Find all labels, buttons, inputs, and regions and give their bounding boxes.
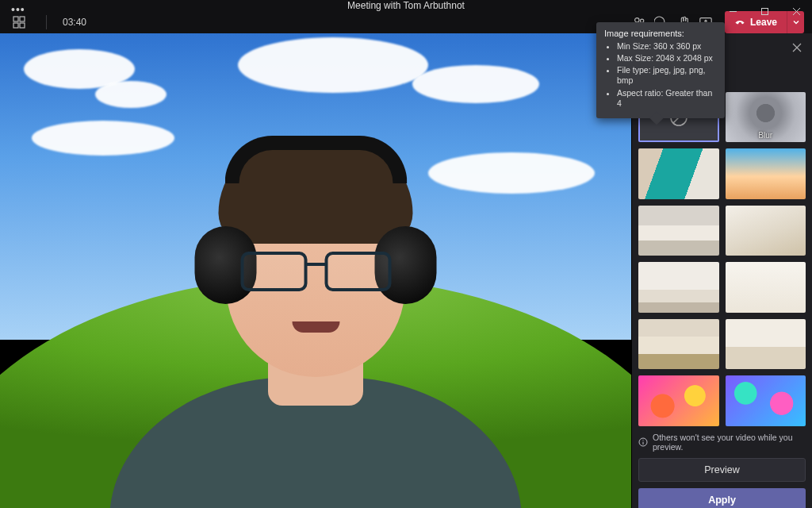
close-window-button[interactable] [780, 0, 812, 22]
svg-rect-4 [13, 17, 18, 21]
blur-label: Blur [726, 131, 806, 140]
background-thumbnail[interactable] [638, 375, 719, 425]
titlebar: ••• Meeting with Tom Arbuthnot [0, 0, 812, 11]
maximize-icon [760, 7, 769, 16]
tooltip-item: Aspect ratio: Greater than 4 [617, 88, 717, 109]
window-controls [717, 0, 812, 22]
preview-hint: Others won't see your video while you pr… [638, 433, 806, 452]
tooltip-item: File type: jpeg, jpg, png, bmp [617, 65, 717, 86]
background-thumbnail[interactable] [638, 319, 719, 369]
background-thumbnails: Blur [638, 92, 806, 426]
svg-point-17 [642, 440, 643, 441]
background-thumbnail[interactable] [726, 262, 806, 312]
svg-rect-5 [20, 17, 25, 21]
more-menu[interactable]: ••• [11, 3, 25, 16]
background-thumbnail[interactable] [726, 375, 806, 425]
background-thumbnail[interactable] [638, 206, 719, 256]
background-thumbnail[interactable] [638, 148, 719, 198]
background-thumbnail[interactable] [726, 206, 806, 256]
svg-rect-1 [761, 8, 768, 14]
background-blur[interactable]: Blur [726, 92, 806, 142]
minimize-icon [729, 7, 737, 16]
video-stage [0, 33, 631, 508]
background-thumbnail[interactable] [726, 319, 806, 369]
tooltip-title: Image requirements: [604, 29, 717, 38]
svg-rect-7 [20, 23, 25, 28]
image-requirements-tooltip: Image requirements: Min Size: 360 x 360 … [596, 22, 725, 118]
participant-silhouette [109, 377, 522, 508]
tooltip-list: Min Size: 360 x 360 pxMax Size: 2048 x 2… [604, 41, 717, 109]
minimize-button[interactable] [717, 0, 749, 22]
toolbar-divider [46, 15, 47, 29]
grid-2x2-icon [13, 16, 25, 29]
apply-button[interactable]: Apply [638, 488, 806, 508]
background-thumbnail[interactable] [726, 148, 806, 198]
close-icon [791, 42, 802, 53]
panel-close-button[interactable] [791, 42, 804, 55]
tooltip-item: Min Size: 360 x 360 px [617, 41, 717, 52]
app-window: ••• Meeting with Tom Arbuthnot 03:40 [0, 0, 812, 508]
meeting-timer: 03:40 [63, 17, 86, 28]
window-title: Meeting with Tom Arbuthnot [347, 0, 465, 11]
close-icon [792, 7, 801, 16]
svg-rect-6 [13, 23, 18, 28]
info-icon [638, 437, 648, 447]
background-thumbnail[interactable] [638, 262, 719, 312]
tooltip-item: Max Size: 2048 x 2048 px [617, 53, 717, 64]
preview-button[interactable]: Preview [638, 458, 806, 482]
maximize-button[interactable] [749, 0, 780, 22]
